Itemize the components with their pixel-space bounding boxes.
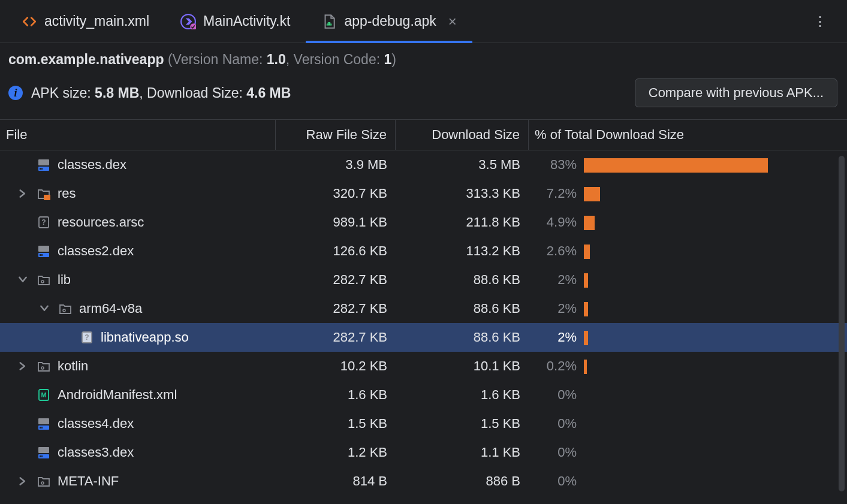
version-info: (Version Name: 1.0, Version Code: 1) xyxy=(168,52,396,67)
svg-point-1 xyxy=(190,23,196,29)
pct-value: 7.2% xyxy=(529,186,584,201)
package-name: com.example.nativeapp xyxy=(8,52,164,67)
folder-icon xyxy=(58,301,73,316)
unknown-icon: ? xyxy=(36,215,52,230)
tab-label: app-debug.apk xyxy=(344,13,436,29)
folder-icon xyxy=(36,272,52,288)
download-size: 3.5 MB xyxy=(396,157,529,173)
pct-value: 4.9% xyxy=(529,215,584,230)
expand-chevron-icon[interactable] xyxy=(16,186,30,201)
expand-chevron-icon[interactable] xyxy=(16,359,30,373)
editor-tabs: activity_main.xml MainActivity.kt app-de… xyxy=(0,0,847,43)
download-size: 88.6 KB xyxy=(396,330,529,345)
raw-size: 1.5 KB xyxy=(276,416,396,431)
download-size: 886 B xyxy=(396,473,529,489)
table-row[interactable]: META-INF 814 B 886 B 0% xyxy=(0,467,847,496)
folder-icon xyxy=(36,473,52,489)
tab-activity-main-xml[interactable]: activity_main.xml xyxy=(6,0,165,43)
file-name: classes2.dex xyxy=(58,243,134,259)
file-name: libnativeapp.so xyxy=(101,330,189,345)
pct-value: 2% xyxy=(529,272,584,288)
apk-icon xyxy=(321,14,337,29)
download-size: 1.5 KB xyxy=(396,416,529,431)
raw-size: 3.9 MB xyxy=(276,157,396,173)
raw-size: 126.6 KB xyxy=(276,243,396,259)
dex-icon xyxy=(36,243,52,259)
table-row[interactable]: res 320.7 KB 313.3 KB 7.2% xyxy=(0,179,847,208)
file-name: classes.dex xyxy=(58,157,126,173)
svg-text:M: M xyxy=(41,391,46,399)
pct-value: 2.6% xyxy=(529,243,584,259)
svg-point-3 xyxy=(330,23,331,24)
svg-rect-22 xyxy=(38,418,49,424)
pct-value: 0% xyxy=(529,416,584,431)
expand-chevron-icon[interactable] xyxy=(16,273,30,287)
svg-rect-4 xyxy=(38,159,49,165)
table-row[interactable]: ? resources.arsc 989.1 KB 211.8 KB 4.9% xyxy=(0,208,847,237)
pct-bar xyxy=(584,357,847,375)
tabs-overflow-menu[interactable]: ⋮ xyxy=(800,14,841,29)
table-row[interactable]: classes4.dex 1.5 KB 1.5 KB 0% xyxy=(0,409,847,438)
table-row[interactable]: classes.dex 3.9 MB 3.5 MB 83% xyxy=(0,150,847,179)
tab-mainactivity-kt[interactable]: MainActivity.kt xyxy=(165,0,306,43)
table-row[interactable]: ? libnativeapp.so 282.7 KB 88.6 KB 2% xyxy=(0,323,847,352)
column-pct-download[interactable]: % of Total Download Size xyxy=(529,120,847,150)
svg-rect-29 xyxy=(41,455,43,457)
column-download-size[interactable]: Download Size xyxy=(396,120,529,150)
table-row[interactable]: M AndroidManifest.xml 1.6 KB 1.6 KB 0% xyxy=(0,381,847,409)
raw-size: 282.7 KB xyxy=(276,301,396,316)
svg-point-19 xyxy=(41,367,44,369)
unknown-icon: ? xyxy=(79,330,95,345)
pct-value: 2% xyxy=(529,330,584,345)
raw-size: 320.7 KB xyxy=(276,186,396,201)
pct-bar xyxy=(584,185,847,203)
table-row[interactable]: classes2.dex 126.6 KB 113.2 KB 2.6% xyxy=(0,237,847,265)
download-size: 10.1 KB xyxy=(396,358,529,374)
kotlin-class-icon xyxy=(180,14,196,29)
res-dir-icon xyxy=(36,186,52,201)
pct-bar xyxy=(584,443,847,461)
tab-app-debug-apk[interactable]: app-debug.apk× xyxy=(306,0,472,43)
svg-point-2 xyxy=(328,23,329,24)
table-row[interactable]: lib 282.7 KB 88.6 KB 2% xyxy=(0,265,847,294)
raw-size: 1.6 KB xyxy=(276,387,396,403)
download-size: 88.6 KB xyxy=(396,301,529,316)
file-name: res xyxy=(58,186,76,201)
svg-rect-6 xyxy=(40,168,41,170)
file-name: kotlin xyxy=(58,358,88,374)
svg-rect-7 xyxy=(41,168,43,170)
svg-point-16 xyxy=(63,309,65,312)
svg-text:?: ? xyxy=(85,333,89,342)
table-row[interactable]: kotlin 10.2 KB 10.1 KB 0.2% xyxy=(0,352,847,381)
pct-bar xyxy=(584,271,847,289)
expand-chevron-icon[interactable] xyxy=(16,474,30,488)
svg-point-30 xyxy=(41,482,44,484)
table-row[interactable]: classes3.dex 1.2 KB 1.1 KB 0% xyxy=(0,438,847,467)
svg-rect-28 xyxy=(40,455,41,457)
raw-size: 1.2 KB xyxy=(276,445,396,460)
pct-value: 0.2% xyxy=(529,358,584,374)
svg-rect-24 xyxy=(40,427,41,428)
download-size: 88.6 KB xyxy=(396,272,529,288)
manifest-icon: M xyxy=(36,387,52,403)
column-file[interactable]: File xyxy=(0,120,276,150)
close-icon[interactable]: × xyxy=(448,13,457,30)
pct-value: 0% xyxy=(529,445,584,460)
dex-icon xyxy=(36,157,52,173)
download-size: 313.3 KB xyxy=(396,186,529,201)
pct-bar xyxy=(584,300,847,318)
table-header: File Raw File Size Download Size % of To… xyxy=(0,119,847,150)
compare-previous-apk-button[interactable]: Compare with previous APK... xyxy=(635,79,837,107)
table-row[interactable]: arm64-v8a 282.7 KB 88.6 KB 2% xyxy=(0,294,847,323)
svg-rect-14 xyxy=(41,254,43,256)
expand-chevron-icon[interactable] xyxy=(37,301,52,316)
raw-size: 814 B xyxy=(276,473,396,489)
dex-icon xyxy=(36,445,52,460)
vertical-scrollbar[interactable] xyxy=(839,156,845,491)
svg-rect-25 xyxy=(41,427,43,428)
download-size: 1.6 KB xyxy=(396,387,529,403)
raw-size: 282.7 KB xyxy=(276,330,396,345)
column-raw-size[interactable]: Raw File Size xyxy=(276,120,396,150)
raw-size: 10.2 KB xyxy=(276,358,396,374)
file-table-body: classes.dex 3.9 MB 3.5 MB 83% res 320.7 … xyxy=(0,150,847,496)
